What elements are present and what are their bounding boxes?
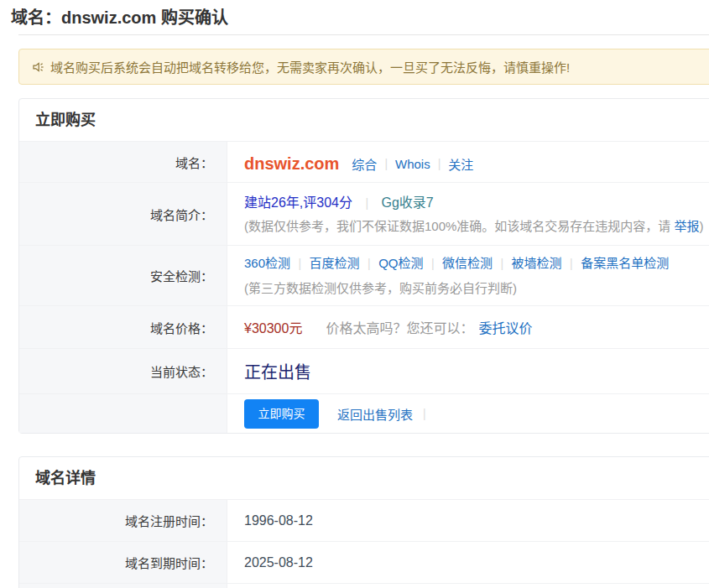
separator: | bbox=[298, 257, 301, 270]
table-row-security: 安全检测： 360检测 | 百度检测 | QQ检测 | 微信检测 | 被墙检测 … bbox=[19, 246, 709, 306]
price-value: ¥30300元 bbox=[244, 317, 302, 337]
separator: | bbox=[438, 157, 441, 170]
security-label: 安全检测： bbox=[19, 246, 227, 305]
intro-note: (数据仅供参考，我们不保证数据100%准确。如该域名交易存在违规内容，请 bbox=[244, 219, 675, 233]
separator: | bbox=[423, 407, 426, 420]
separator: | bbox=[431, 257, 435, 270]
table-row-domain: 域名： dnswiz.com 综合 | Whois | 关注 bbox=[19, 142, 709, 183]
details-card-title: 域名详情 bbox=[19, 457, 709, 500]
domain-name: dnswiz.com bbox=[244, 154, 339, 174]
check-360-link[interactable]: 360检测 bbox=[244, 256, 290, 270]
domain-label: 域名： bbox=[19, 142, 227, 182]
expiry-label: 域名到期时间： bbox=[19, 542, 227, 583]
table-row-actions: 立即购买 返回出售列表 | bbox=[19, 394, 709, 433]
table-row-status: 当前状态： 正在出售 bbox=[19, 349, 709, 394]
page-title: 域名：dnswiz.com 购买确认 bbox=[0, 0, 709, 29]
domain-overview-link[interactable]: 综合 bbox=[352, 155, 377, 173]
actions-label bbox=[19, 394, 227, 433]
back-to-list-link[interactable]: 返回出售列表 bbox=[337, 405, 413, 423]
price-label: 域名价格： bbox=[19, 306, 227, 348]
check-icp-blacklist-link[interactable]: 备案黑名单检测 bbox=[581, 256, 669, 270]
intro-note-suffix: ) bbox=[700, 219, 704, 233]
check-gfw-link[interactable]: 被墙检测 bbox=[512, 256, 562, 270]
table-row-price: 域名价格： ¥30300元 价格太高吗？您还可以： 委托议价 bbox=[19, 306, 709, 349]
intro-label: 域名简介： bbox=[19, 183, 227, 245]
speaker-icon bbox=[32, 60, 45, 74]
site-age-link[interactable]: 建站26年,评304分 bbox=[244, 195, 352, 210]
buy-now-button[interactable]: 立即购买 bbox=[244, 399, 319, 429]
price-hint: 价格太高吗？您还可以： bbox=[326, 317, 473, 337]
separator: | bbox=[570, 257, 573, 270]
notice-text: 域名购买后系统会自动把域名转移给您，无需卖家再次确认，一旦买了无法反悔，请慎重操… bbox=[50, 58, 570, 75]
check-baidu-link[interactable]: 百度检测 bbox=[310, 256, 360, 270]
status-label: 当前状态： bbox=[19, 349, 227, 393]
buy-card: 立即购买 域名： dnswiz.com 综合 | Whois | 关注 域名简介… bbox=[18, 98, 709, 434]
expiry-date: 2025-08-12 bbox=[244, 555, 709, 570]
table-row-registered: 域名注册时间： 1996-08-12 bbox=[19, 500, 709, 542]
check-wechat-link[interactable]: 微信检测 bbox=[442, 256, 493, 270]
separator: | bbox=[501, 257, 504, 270]
notice-banner: 域名购买后系统会自动把域名转移给您，无需卖家再次确认，一旦买了无法反悔，请慎重操… bbox=[18, 49, 709, 85]
registered-date: 1996-08-12 bbox=[244, 513, 709, 528]
separator: | bbox=[384, 157, 388, 170]
details-card: 域名详情 域名注册时间： 1996-08-12 域名到期时间： 2025-08-… bbox=[18, 456, 709, 588]
page: 域名：dnswiz.com 购买确认 域名购买后系统会自动把域名转移给您，无需卖… bbox=[0, 0, 709, 588]
separator: | bbox=[368, 257, 371, 270]
check-qq-link[interactable]: QQ检测 bbox=[378, 256, 423, 270]
negotiate-link[interactable]: 委托议价 bbox=[478, 317, 532, 337]
table-row-intro: 域名简介： 建站26年,评304分 | Gg收录7 (数据仅供参考，我们不保证数… bbox=[19, 183, 709, 246]
partial-label bbox=[19, 584, 227, 588]
table-row-expiry: 域名到期时间： 2025-08-12 bbox=[19, 542, 709, 584]
buy-card-title: 立即购买 bbox=[19, 99, 709, 142]
title-divider bbox=[18, 34, 709, 35]
table-row-partial bbox=[19, 584, 709, 588]
security-note: (第三方数据检测仅供参考，购买前务必自行判断) bbox=[244, 276, 709, 300]
registered-label: 域名注册时间： bbox=[19, 500, 227, 541]
google-index-link[interactable]: Gg收录7 bbox=[382, 195, 434, 210]
status-value: 正在出售 bbox=[244, 359, 709, 383]
separator: | bbox=[365, 196, 368, 210]
domain-whois-link[interactable]: Whois bbox=[395, 157, 430, 171]
report-link[interactable]: 举报 bbox=[675, 219, 700, 233]
domain-follow-link[interactable]: 关注 bbox=[448, 155, 473, 173]
